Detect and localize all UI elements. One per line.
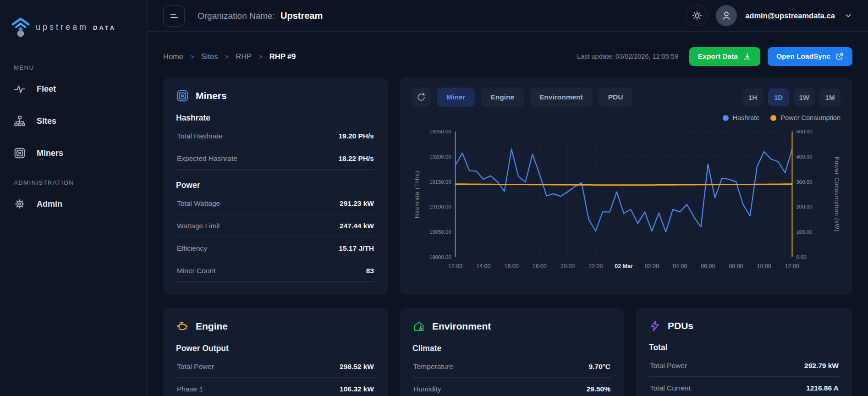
breadcrumb-item-home[interactable]: Home [163, 52, 183, 61]
sidebar-item-admin[interactable]: Admin [0, 190, 147, 218]
stat-row: Total Wattage291.23 kW [176, 192, 375, 214]
stat-label: Wattage Limit [177, 222, 220, 230]
stat-row: Total Power292.79 kW [649, 354, 840, 377]
engine-card: Engine Power Output Total Power298.52 kW… [163, 308, 388, 396]
sidebar-item-fleet[interactable]: Fleet [0, 75, 147, 103]
chart-card: MinerEngineEnvironmentPDU 1H1D1W1M Hashr… [400, 77, 852, 295]
menu-icon [168, 10, 180, 22]
svg-text:02:00: 02:00 [645, 263, 659, 270]
stat-label: Total Power [650, 362, 687, 370]
upstream-logo-icon [11, 16, 30, 38]
breadcrumb: Home>Sites>RHP>RHP #9 [163, 52, 296, 61]
card-title: Engine [196, 321, 228, 332]
hashrate-power-chart: 19000.0019050.0019100.0019150.0019200.00… [412, 125, 841, 274]
breadcrumb-separator: > [190, 53, 194, 60]
environment-card-title-row: Environment [412, 320, 611, 333]
sidebar-toggle-button[interactable] [163, 5, 185, 27]
toolbar-actions: Last update: 03/02/2026, 12:05:59 Export… [577, 47, 852, 66]
section-heading: Climate [412, 344, 611, 353]
stat-value: 1216.86 A [806, 384, 839, 392]
svg-text:16:00: 16:00 [504, 263, 518, 270]
stat-label: Total Hashrate [177, 132, 223, 140]
legend-dot [723, 115, 729, 121]
lightning-bolt-icon [649, 320, 661, 332]
brand-logo[interactable]: upstream DATA [0, 14, 147, 38]
open-loadsync-button[interactable]: Open LoadSync [768, 47, 852, 66]
svg-text:300.00: 300.00 [796, 179, 812, 185]
card-title: Miners [196, 90, 227, 101]
user-email[interactable]: admin@upstreamdata.ca [745, 11, 835, 20]
fan-icon [14, 147, 26, 159]
export-data-label: Export Data [698, 52, 738, 60]
svg-text:06:00: 06:00 [701, 263, 715, 270]
breadcrumb-separator: > [225, 53, 229, 60]
range-1w[interactable]: 1W [794, 88, 815, 106]
chart-tab-miner[interactable]: Miner [437, 88, 475, 107]
export-data-button[interactable]: Export Data [689, 47, 760, 66]
refresh-icon [416, 92, 426, 102]
person-icon [720, 9, 733, 22]
refresh-button[interactable] [412, 88, 431, 107]
activity-icon [14, 83, 26, 95]
stat-value: 15.17 J/TH [339, 244, 374, 253]
open-loadsync-label: Open LoadSync [776, 52, 830, 60]
chart-tab-pdu[interactable]: PDU [599, 88, 633, 107]
svg-text:19150.00: 19150.00 [429, 179, 451, 185]
organization-name: Organization Name: Upstream [198, 11, 323, 21]
section-heading: Power [176, 181, 375, 190]
range-1h[interactable]: 1H [742, 88, 764, 106]
svg-text:19000.00: 19000.00 [429, 254, 451, 260]
engine-stats: Total Power298.52 kWPhase 1106.32 kW [176, 355, 375, 396]
menu-section-label: MENU [0, 64, 147, 71]
power-stats: Total Wattage291.23 kWWattage Limit247.4… [176, 192, 375, 282]
legend-hashrate[interactable]: Hashrate [723, 114, 760, 121]
pdus-card-title-row: PDUs [649, 320, 840, 332]
theme-toggle-button[interactable] [687, 5, 708, 26]
stat-label: Expected Hashrate [177, 154, 237, 163]
sidebar-item-label: Admin [37, 199, 62, 209]
sidebar-item-sites[interactable]: Sites [0, 107, 147, 135]
sidebar: upstream DATA MENU Fleet Sites [0, 0, 148, 396]
chart-tab-environment[interactable]: Environment [530, 88, 593, 107]
svg-text:19100.00: 19100.00 [429, 204, 451, 209]
svg-text:0.00: 0.00 [796, 254, 806, 260]
house-climate-icon [412, 320, 425, 333]
external-link-icon [835, 52, 844, 60]
sidebar-item-label: Fleet [37, 84, 56, 94]
svg-text:12:00: 12:00 [448, 263, 462, 270]
user-avatar[interactable] [716, 5, 737, 26]
breadcrumb-item-rhp[interactable]: RHP [236, 52, 252, 61]
stat-value: 18.22 PH/s [338, 154, 374, 163]
breadcrumb-item-sites[interactable]: Sites [201, 52, 218, 61]
legend-power-consumption[interactable]: Power Consumption [770, 114, 841, 121]
chart-header: MinerEngineEnvironmentPDU 1H1D1W1M [412, 88, 841, 107]
svg-text:19050.00: 19050.00 [429, 229, 451, 235]
breadcrumb-item-rhp-9: RHP #9 [269, 52, 296, 61]
chart-legend: HashratePower Consumption [412, 114, 841, 121]
chart-tab-engine[interactable]: Engine [481, 88, 524, 107]
topbar-right: admin@upstreamdata.ca [687, 5, 852, 26]
chevron-down-icon[interactable] [844, 11, 852, 20]
download-icon [743, 52, 752, 61]
stat-row: Temperature9.70°C [412, 355, 611, 378]
stat-label: Phase 1 [177, 385, 203, 393]
sidebar-item-miners[interactable]: Miners [0, 139, 147, 167]
engine-icon [176, 320, 189, 333]
app-root: upstream DATA MENU Fleet Sites [0, 0, 868, 396]
brand-name: upstream DATA [36, 22, 116, 32]
gear-icon [14, 198, 26, 210]
toolbar-row: Home>Sites>RHP>RHP #9 Last update: 03/02… [163, 47, 852, 66]
svg-text:200.00: 200.00 [796, 204, 812, 209]
page-content: Home>Sites>RHP>RHP #9 Last update: 03/02… [148, 32, 868, 396]
svg-text:400.00: 400.00 [796, 154, 812, 160]
stat-value: 247.44 kW [340, 222, 374, 230]
sitemap-icon [14, 115, 26, 127]
stat-value: 83 [366, 267, 374, 275]
miners-card: Miners Hashrate Total Hashrate19.20 PH/s… [163, 77, 388, 295]
range-1m[interactable]: 1M [819, 88, 841, 106]
svg-text:100.00: 100.00 [796, 229, 812, 235]
range-1d[interactable]: 1D [768, 88, 789, 106]
stat-label: Efficiency [177, 244, 207, 253]
section-heading: Total [649, 343, 840, 352]
sidebar-item-label: Sites [37, 116, 56, 126]
